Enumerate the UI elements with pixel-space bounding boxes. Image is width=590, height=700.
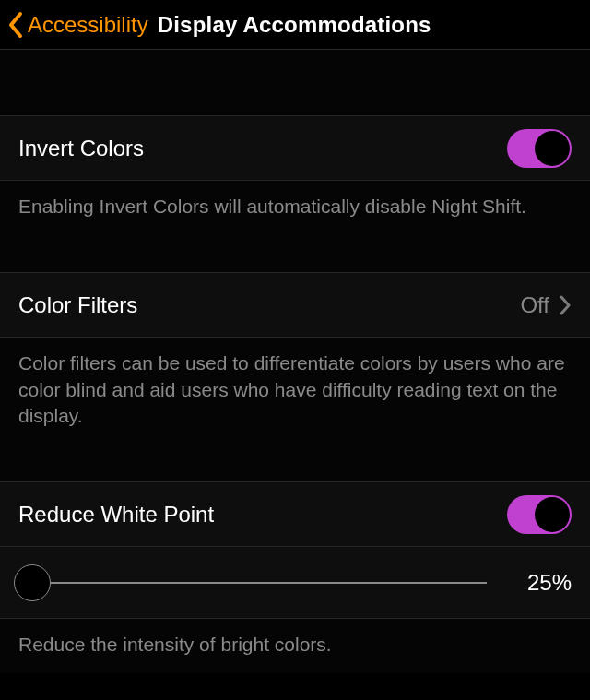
reduce-white-point-label: Reduce White Point bbox=[18, 502, 214, 528]
color-filters-value: Off bbox=[520, 292, 549, 318]
page-title: Display Accommodations bbox=[158, 12, 431, 38]
invert-colors-toggle[interactable] bbox=[507, 129, 572, 168]
row-color-filters[interactable]: Color Filters Off bbox=[0, 273, 590, 338]
invert-colors-label: Invert Colors bbox=[18, 136, 144, 161]
section-spacer bbox=[0, 50, 590, 116]
color-filters-label: Color Filters bbox=[18, 292, 137, 318]
reduce-white-point-toggle[interactable] bbox=[507, 495, 572, 534]
row-invert-colors: Invert Colors bbox=[0, 116, 590, 181]
row-reduce-white-point: Reduce White Point bbox=[0, 482, 590, 547]
toggle-knob bbox=[535, 131, 570, 166]
chevron-right-icon bbox=[559, 295, 572, 315]
section-spacer bbox=[0, 234, 590, 273]
row-white-point-slider: 25% bbox=[0, 547, 590, 619]
white-point-value: 25% bbox=[513, 570, 572, 596]
toggle-knob bbox=[535, 497, 570, 532]
invert-colors-footer: Enabling Invert Colors will automaticall… bbox=[0, 181, 590, 234]
slider-track bbox=[18, 582, 487, 584]
row-right: Off bbox=[520, 292, 572, 318]
color-filters-footer: Color filters can be used to differentia… bbox=[0, 338, 590, 444]
reduce-white-point-footer: Reduce the intensity of bright colors. bbox=[0, 619, 590, 672]
slider-thumb[interactable] bbox=[14, 564, 51, 601]
back-icon[interactable] bbox=[7, 11, 26, 39]
white-point-slider[interactable] bbox=[18, 564, 487, 601]
back-button[interactable]: Accessibility bbox=[28, 12, 148, 38]
section-spacer bbox=[0, 444, 590, 482]
navbar: Accessibility Display Accommodations bbox=[0, 0, 590, 50]
